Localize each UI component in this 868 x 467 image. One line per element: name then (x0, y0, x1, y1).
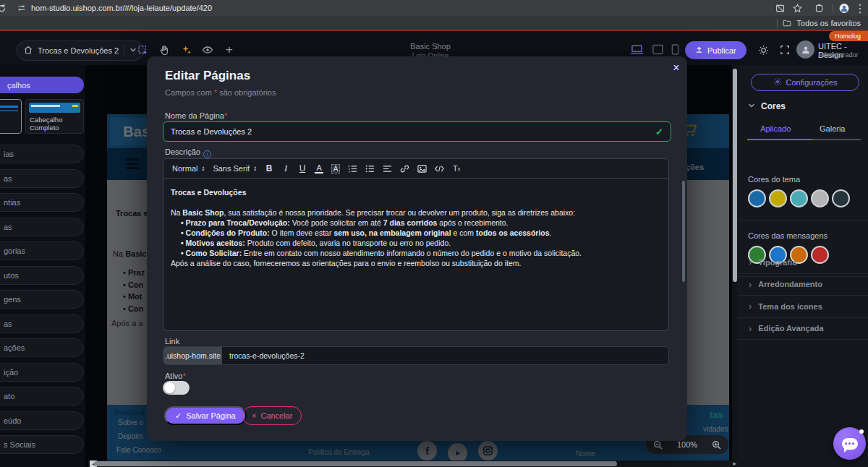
editor-content[interactable]: Trocas e Devoluções Na Basic Shop, sua s… (163, 179, 668, 277)
page-name-input[interactable]: Trocas e Devoluções 2 ✓ (163, 121, 671, 142)
highlight-color-button[interactable]: A (331, 164, 340, 173)
panel-section-edição-avançada[interactable]: ›Edição Avançada (738, 318, 868, 340)
color-swatch[interactable] (832, 189, 850, 207)
theme-sun-icon[interactable] (757, 43, 770, 56)
zoom-in-icon[interactable] (712, 440, 721, 450)
sidebar-item[interactable]: ato (0, 387, 84, 406)
pan-hand-icon[interactable] (158, 43, 171, 56)
scrollbar-thumb[interactable] (733, 69, 737, 282)
fullscreen-icon[interactable] (778, 43, 791, 56)
ordered-list-button[interactable] (348, 164, 357, 173)
panel-section-tema-dos-ícones[interactable]: ›Tema dos ícones (738, 296, 868, 318)
editor-bullet: Prazo para Troca/Devolução: Você pode so… (181, 218, 661, 228)
bold-button[interactable]: B (265, 163, 273, 173)
scroll-right-button[interactable]: ▸ (733, 460, 736, 467)
close-icon[interactable]: × (670, 61, 683, 74)
page-selector-label: Trocas e Devoluções 2 (38, 46, 119, 55)
chevron-right-icon: › (749, 301, 752, 312)
environment-badge: Homolog (829, 31, 868, 41)
add-icon[interactable]: + (223, 43, 236, 56)
scrollbar-thumb[interactable] (94, 461, 617, 466)
publish-button[interactable]: Publicar (685, 41, 746, 59)
select-tool-icon[interactable] (136, 43, 149, 56)
text-color-button[interactable]: A (315, 164, 323, 173)
underline-button[interactable]: U (298, 163, 307, 173)
support-chat-button[interactable] (833, 427, 866, 460)
image-button[interactable] (417, 164, 427, 173)
sidebar-item[interactable]: utos (0, 266, 84, 285)
blocked-content-icon[interactable] (775, 3, 785, 13)
screen: hom-studio.uishop.com.br/#/loja-leiaute/… (0, 0, 868, 467)
sidebar-item[interactable]: as (0, 218, 84, 236)
sidebar-item[interactable]: s Sociais (0, 435, 84, 454)
card-thumbnail (29, 103, 80, 113)
sidebar-item[interactable]: as (0, 169, 84, 188)
color-swatch[interactable] (748, 189, 766, 207)
clear-format-button[interactable]: Tx (452, 164, 461, 173)
link-button[interactable] (400, 164, 409, 173)
sidebar-item-active[interactable]: çalhos (0, 77, 84, 93)
folder-icon (782, 18, 792, 28)
italic-button[interactable]: I (281, 163, 290, 174)
left-sidebar: çalhos Cabeçalho Completo iasasntiasasgo… (0, 65, 85, 467)
save-label: Salvar Página (186, 411, 236, 420)
url-bar[interactable]: hom-studio.uishop.com.br/#/loja-leiaute/… (31, 4, 212, 12)
divider (777, 19, 778, 27)
header-style-card[interactable] (0, 99, 22, 134)
save-page-button[interactable]: ✓ Salvar Página (164, 406, 247, 425)
bullet-list-button[interactable] (365, 164, 375, 173)
colors-section-header[interactable]: Cores (748, 101, 786, 111)
color-swatch[interactable] (811, 189, 829, 207)
tab-gallery[interactable]: Galeria (804, 124, 861, 139)
chevron-down-icon (748, 101, 755, 111)
browser-menu-icon[interactable]: ⋮ (855, 3, 865, 13)
description-label: Descriçãoi (165, 147, 211, 158)
horizontal-scrollbar[interactable]: ◂ ▸ (88, 460, 738, 467)
extensions-icon[interactable] (814, 3, 824, 13)
sidebar-item[interactable]: ntias (0, 193, 84, 212)
refresh-icon[interactable] (0, 3, 7, 13)
sidebar-item-list: iasasntiasasgoriasutosgensasaçõesiçãoato… (0, 145, 84, 454)
panel-section-arredondamento[interactable]: ›Arredondamento (738, 274, 868, 296)
video-button[interactable] (435, 164, 444, 173)
all-favorites-label[interactable]: Todos os favoritos (796, 19, 861, 27)
site-info-icon[interactable] (17, 3, 27, 13)
sidebar-item[interactable]: ição (0, 363, 84, 382)
browser-avatar[interactable] (839, 3, 849, 13)
sidebar-item[interactable]: ias (0, 145, 84, 163)
active-toggle[interactable] (163, 381, 190, 395)
color-swatch[interactable] (790, 189, 808, 207)
check-icon: ✓ (175, 411, 182, 421)
modal-scrollbar-thumb[interactable] (682, 181, 685, 282)
inactive-tab-rail (812, 139, 861, 140)
align-button[interactable] (383, 164, 392, 173)
sidebar-item[interactable]: gorias (0, 241, 84, 260)
page-name-value: Trocas e Devoluções 2 (171, 127, 252, 136)
vertical-scrollbar[interactable] (732, 65, 738, 460)
select-arrows-icon: ▲▼ (201, 166, 205, 171)
preview-eye-icon[interactable] (201, 43, 214, 56)
user-avatar[interactable] (796, 40, 814, 59)
font-select[interactable]: Sans Serif▲▼ (213, 164, 257, 173)
ai-sparkle-icon[interactable] (180, 43, 193, 56)
sidebar-item[interactable]: gens (0, 290, 84, 309)
format-select[interactable]: Normal▲▼ (172, 164, 205, 173)
zoom-out-icon[interactable] (653, 440, 663, 450)
sidebar-item[interactable]: as (0, 314, 84, 333)
page-selector[interactable]: Trocas e Devoluções 2 (16, 40, 145, 61)
header-style-card-complete[interactable]: Cabeçalho Completo (25, 99, 84, 134)
info-icon[interactable]: i (203, 150, 211, 158)
color-swatch[interactable] (769, 189, 787, 207)
settings-button[interactable]: Configurações (751, 74, 859, 91)
sidebar-item[interactable]: eúdo (0, 411, 84, 430)
panel-section-tipografia[interactable]: ›Tipografia (738, 252, 868, 274)
chat-notification-dot (859, 429, 864, 434)
editor-bullet: Como Solicitar: Entre em contato com nos… (181, 248, 661, 258)
sidebar-item[interactable]: ações (0, 338, 84, 357)
bookmark-star-icon[interactable] (792, 3, 802, 13)
publish-label: Publicar (707, 46, 736, 55)
tab-applied[interactable]: Aplicado (747, 124, 804, 139)
settings-label: Configurações (786, 78, 838, 87)
cancel-button[interactable]: × Cancelar (242, 406, 302, 425)
link-slug-input[interactable]: trocas-e-devoluções-2 (222, 347, 668, 364)
